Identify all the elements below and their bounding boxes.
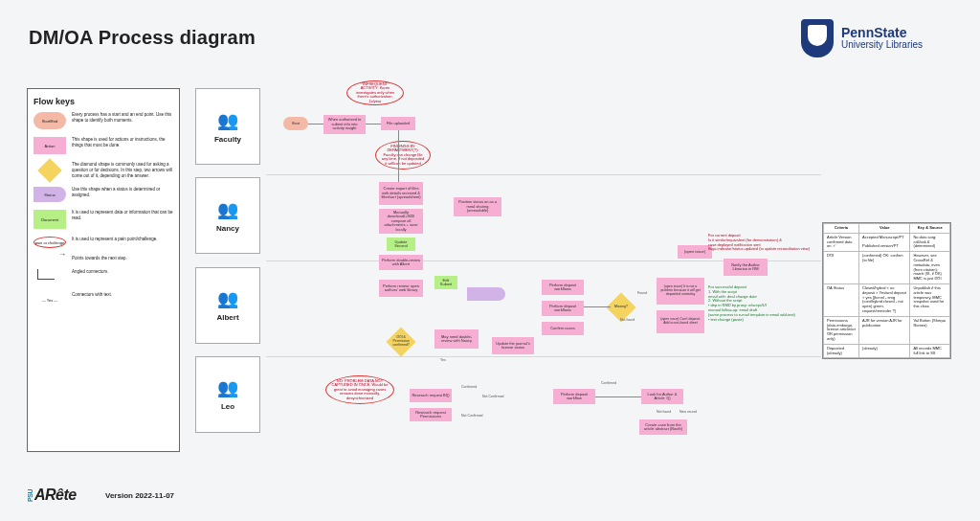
pennstate-shield-icon (801, 19, 834, 57)
text-connector-icon: — Yes — (33, 292, 66, 309)
footer-logo: PSUARête (27, 487, 77, 504)
lane-nancy: 👥 Nancy (195, 177, 260, 254)
table-cell: (already) (859, 344, 910, 358)
note-infrequent: "INFREQUENT" ACTIVITY: Karen investigate… (350, 83, 400, 102)
pain-icon: pain or challenge (33, 237, 66, 248)
table-cell: All records MMC full link to SS (910, 344, 950, 358)
th-key: Key & Source (910, 224, 950, 234)
label-found: Found (637, 291, 647, 295)
lane-faculty: 👥 Faculty (195, 88, 260, 165)
version-text: Version 2022-11-07 (105, 491, 174, 500)
node-look-author: Look for Author & Article #() (641, 389, 683, 404)
people-icon: 👥 (217, 199, 238, 220)
table-cell: DOI (824, 252, 859, 284)
rect-icon: Action (33, 137, 66, 154)
label-newrecord: New record (679, 410, 697, 414)
note-current-deposit: For current deposit Is it similar/equiva… (708, 234, 813, 252)
table-cell: Unpublish if this article was temporary,… (910, 283, 950, 316)
table-cell: OA Status (824, 283, 859, 316)
node-open-issue-2: (open issue) Can't deposit. Add to not-f… (657, 310, 704, 333)
note-findings: FINDINGS BY DEPARTMENT(?): Faculty can c… (379, 144, 427, 167)
node-open-issue-1: (open issue) It is not a problem because… (657, 278, 704, 305)
lane-albert: 👥 Albert (195, 267, 260, 344)
lane-leo: 👥 Leo (195, 356, 260, 433)
document-icon: Document (33, 210, 66, 229)
node-confirm-cases: Confirm cases (542, 322, 584, 335)
node-export: Create export of files with details rece… (379, 182, 423, 205)
node-upload: File uploaded (381, 117, 415, 130)
th-criteria: Criteria (824, 224, 859, 234)
oval-icon: Start/End (33, 112, 66, 129)
table-cell: Deposited (already) (824, 344, 859, 358)
legend-row-document: Document It is used to represent data or… (33, 210, 173, 229)
node-open-issue-3: (open issue) (678, 245, 712, 259)
angled-arrow-icon (33, 269, 66, 284)
brand-logo: PennState University Libraries (801, 19, 923, 57)
node-deposit-a2: Perform deposit workflows (542, 301, 584, 316)
node-deposit-leo: Perform deposit workflow (553, 389, 595, 404)
table-cell: Article Version confirmed data on ✓ (824, 233, 859, 251)
brand-sub: University Libraries (841, 39, 923, 51)
label-confirmed-1: Confirmed (461, 385, 477, 389)
arrow-icon (33, 256, 66, 258)
node-update-second: Update Second (387, 238, 415, 251)
label-notconfirmed-2: Not Confirmed (461, 414, 483, 418)
flow-keys-panel: Flow keys Start/End Every process has a … (27, 88, 180, 452)
people-icon: 👥 (217, 377, 238, 398)
decision-doi: DOI & Permission confirmed? (386, 327, 415, 356)
table-cell: (confirmed) OK: confirm (to file) (859, 252, 910, 284)
diamond-icon (37, 158, 61, 182)
legend-row-angled: Angled connectors. (33, 269, 173, 284)
table-cell: Closed/hybrid < no deposit > Yes/and dep… (859, 283, 910, 316)
legend-title: Flow keys (33, 97, 173, 106)
start-node: Start (283, 117, 308, 130)
node-status-edit (467, 287, 505, 301)
th-value: Value (859, 224, 910, 234)
table-cell: However, see CrossRef & metadata; even (… (910, 252, 950, 284)
node-double-review-albert: May need double-review with Nancy (434, 329, 479, 349)
label-notconfirmed-1: Not Confirmed (482, 395, 504, 398)
legend-row-action: Action This shape is used for actions or… (33, 137, 173, 154)
table-cell: No data sorg; call/ask & (determined) (910, 233, 950, 251)
label-yes: Yes (440, 358, 446, 362)
swimlane-labels: 👥 Faculty 👥 Nancy 👥 Albert 👥 Leo (195, 88, 260, 433)
node-create-case: Create case from the article abstract (B… (639, 419, 687, 435)
node-download: Manually download/+900/ compare all atta… (379, 209, 423, 234)
table-cell: Val Button (Sherpa Romeo) (910, 316, 950, 344)
legend-row-text-conn: — Yes — Connectors with text. (33, 292, 173, 309)
legend-row-startend: Start/End Every process has a start and … (33, 112, 173, 129)
status-icon: Status (33, 187, 66, 202)
brand-name: PennState (841, 26, 923, 39)
table-cell: Accepted Manuscript/PT Published version… (859, 233, 910, 251)
node-edit-submit: Edit Submit (434, 276, 457, 289)
label-notfound3: Not found (657, 410, 671, 414)
legend-row-decision: The diamond shape is commonly used for a… (33, 162, 173, 179)
flow-canvas: Start "INFREQUENT" ACTIVITY: Karen inves… (266, 88, 821, 452)
people-icon: 👥 (217, 110, 238, 131)
node-position-status: Position status on as a meal sharing (un… (454, 197, 501, 216)
label-notfound: Not found (620, 318, 635, 322)
table-cell: Permissions (data embargo, license artic… (824, 316, 859, 344)
legend-row-arrow: Points towards the next step. (33, 256, 173, 261)
table-cell: AJR for version AJR for publication (859, 316, 910, 344)
people-icon: 👥 (217, 288, 238, 309)
node-research-perm: Research request Permissions (410, 408, 452, 421)
node-double-review-nancy: Perform double-review with Albert (379, 255, 423, 270)
node-research-bi: Research request BI() (410, 389, 452, 402)
node-open-authors: Perform review: open authors' web librar… (379, 280, 423, 297)
node-authorize: When authorized to submit info into acti… (323, 115, 366, 134)
node-update-license: Update the journal's license status (492, 337, 534, 354)
legend-row-pain: pain or challenge It is used to represen… (33, 237, 173, 248)
label-confirmed-2: Confirmed (601, 381, 616, 385)
legend-row-status: Status Use this shape when a status is d… (33, 187, 173, 202)
node-deposit-a1: Perform deposit workflows (542, 280, 584, 295)
note-data-not-captured: NO: PROBLEM DATA NOT CAPTURED IN ONCE. W… (329, 378, 390, 401)
page-title: DM/OA Process diagram (29, 27, 256, 49)
note-successful-deposit: For successful deposit 1. With the scrip… (708, 285, 813, 322)
node-notify-author: Notify the Author Librarian in RM (724, 259, 768, 276)
criteria-table: Criteria Value Key & Source Article Vers… (822, 222, 951, 359)
